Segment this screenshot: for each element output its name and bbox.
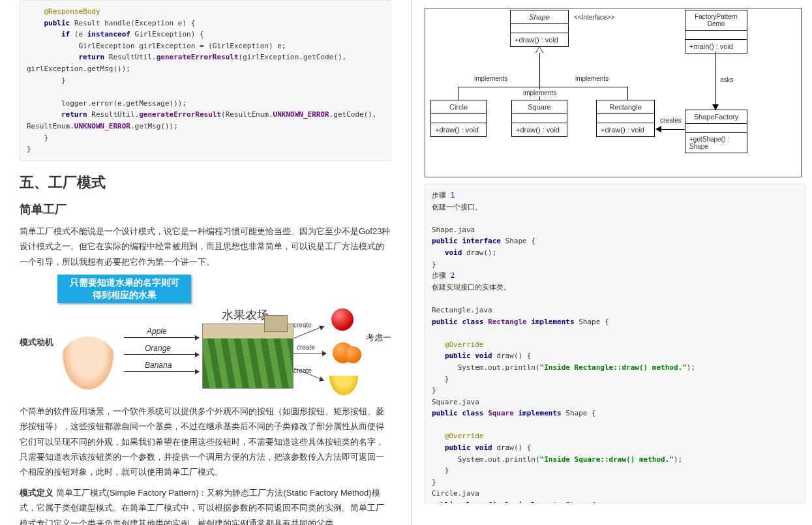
baby-image [59,337,117,395]
section-heading: 五、工厂模式 [20,173,391,192]
consider-label: 考虑一 [366,332,391,344]
paragraph: 模式定义 简单工厂模式(Simple Factory Pattern)：又称为静… [20,485,391,525]
code-block-left: @ResponseBody public Result handle(Excep… [20,0,391,161]
banana-icon [329,376,358,395]
illustration: 只需要知道水果的名字则可 得到相应的水果 水果农场 模式动机 考虑一 Apple… [20,275,391,398]
farm-image [202,323,293,389]
sub-heading: 简单工厂 [20,202,391,217]
paragraph: 简单工厂模式不能说是一个设计模式，说它是一种编程习惯可能更恰当些。因为它至少不是… [20,224,391,269]
farm-title: 水果农场 [222,307,269,323]
paragraph: 个简单的软件应用场景，一个软件系统可以提供多个外观不同的按钮（如圆形按钮、矩形按… [20,404,391,480]
uml-diagram: Shape +draw() : void <<Interface>> imple… [425,8,802,177]
motive-label: 模式动机 [20,337,53,348]
annotation: @ResponseBody [44,7,100,16]
apple-icon [331,308,353,331]
code-block-right: 步骤 1 创建一个接口。 Shape.java public interface… [425,184,805,503]
blue-callout: 只需要知道水果的名字则可 得到相应的水果 [57,275,191,303]
